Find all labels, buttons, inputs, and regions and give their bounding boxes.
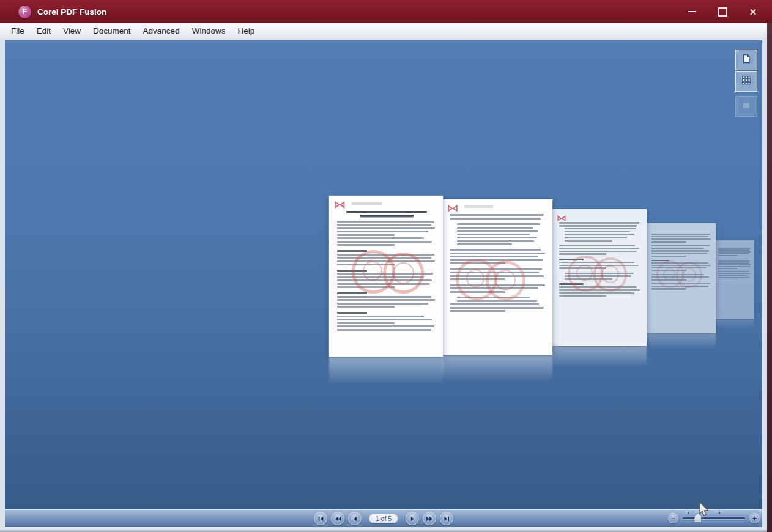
document-logo-mark bbox=[557, 213, 566, 219]
text-line bbox=[651, 253, 707, 254]
next-page-icon bbox=[409, 515, 416, 522]
watermark-stamp bbox=[576, 265, 592, 281]
page-reflection bbox=[716, 319, 754, 328]
pdf-page-3[interactable] bbox=[552, 209, 647, 346]
text-line bbox=[450, 253, 545, 254]
document-canvas[interactable]: 1 of 5 − + bbox=[5, 40, 762, 527]
text-line bbox=[450, 307, 544, 309]
text-line bbox=[559, 253, 607, 255]
window-right-edge bbox=[767, 23, 772, 532]
page-navigation: 1 of 5 bbox=[312, 512, 455, 525]
last-page-button[interactable] bbox=[440, 512, 453, 525]
text-line bbox=[651, 238, 711, 240]
watermark-stamp bbox=[682, 268, 696, 282]
maximize-icon bbox=[718, 7, 727, 17]
zoom-out-button[interactable]: − bbox=[668, 513, 678, 523]
text-line bbox=[559, 292, 634, 294]
pdf-page-4[interactable] bbox=[647, 223, 716, 333]
first-page-button[interactable] bbox=[314, 512, 327, 525]
text-line bbox=[718, 249, 749, 251]
watermark-stamp bbox=[363, 261, 382, 281]
heading-line bbox=[337, 312, 367, 314]
text-line bbox=[457, 230, 538, 232]
previous-page-icon bbox=[351, 515, 358, 522]
menubar: FileEditViewDocumentAdvancedWindowsHelp bbox=[0, 23, 772, 39]
text-line bbox=[559, 248, 639, 249]
text-line bbox=[651, 248, 705, 249]
next-set-button[interactable] bbox=[423, 512, 436, 525]
text-line bbox=[565, 234, 634, 235]
page-indicator: 1 of 5 bbox=[369, 514, 398, 523]
text-line bbox=[337, 299, 435, 301]
window-title: Corel PDF Fusion bbox=[37, 7, 106, 17]
text-line bbox=[337, 224, 431, 226]
zoom-slider-track[interactable] bbox=[683, 517, 745, 519]
page-reflection bbox=[442, 355, 552, 382]
pdf-page-1[interactable] bbox=[329, 196, 443, 357]
minimize-button[interactable] bbox=[677, 0, 707, 23]
text-line bbox=[457, 300, 538, 302]
text-line bbox=[337, 227, 435, 229]
zoom-control: − + bbox=[668, 511, 760, 526]
page-view-button[interactable] bbox=[735, 50, 757, 70]
zoom-tick bbox=[719, 512, 720, 514]
text-line bbox=[718, 260, 750, 262]
close-button[interactable]: ✕ bbox=[738, 0, 768, 23]
text-line bbox=[718, 279, 737, 280]
text-line bbox=[559, 225, 637, 227]
menu-item-windows[interactable]: Windows bbox=[186, 26, 232, 35]
menu-item-help[interactable]: Help bbox=[231, 26, 261, 35]
menu-item-edit[interactable]: Edit bbox=[31, 26, 57, 35]
text-line bbox=[457, 237, 538, 238]
page-reflection bbox=[647, 334, 716, 349]
zoom-tick bbox=[688, 512, 689, 514]
text-line bbox=[337, 231, 428, 232]
pdf-page-2[interactable] bbox=[442, 199, 552, 355]
text-line bbox=[450, 310, 506, 312]
bottom-toolbar: 1 of 5 − + bbox=[5, 509, 762, 527]
zoom-slider-thumb[interactable] bbox=[694, 514, 701, 522]
menu-item-document[interactable]: Document bbox=[87, 26, 137, 35]
next-page-button[interactable] bbox=[406, 512, 419, 525]
heading-line bbox=[337, 250, 367, 252]
grid-icon bbox=[741, 75, 752, 88]
menu-item-file[interactable]: File bbox=[5, 26, 31, 35]
maximize-button[interactable] bbox=[707, 0, 738, 23]
previous-page-button[interactable] bbox=[348, 512, 362, 525]
text-line bbox=[559, 251, 637, 253]
menu-item-view[interactable]: View bbox=[57, 26, 87, 35]
text-line bbox=[457, 240, 535, 242]
text-line bbox=[337, 234, 395, 236]
text-line bbox=[337, 296, 431, 298]
view-mode-toolbar bbox=[735, 50, 757, 117]
page-title-line bbox=[346, 211, 428, 213]
assembly-grid-view-button[interactable] bbox=[735, 71, 757, 92]
text-line bbox=[718, 262, 749, 264]
previous-set-icon bbox=[334, 515, 341, 522]
menu-item-advanced[interactable]: Advanced bbox=[137, 26, 186, 35]
zoom-in-button[interactable]: + bbox=[749, 513, 760, 523]
text-line bbox=[651, 245, 710, 246]
first-page-icon bbox=[317, 515, 324, 522]
text-line bbox=[718, 264, 751, 265]
watermark-stamp bbox=[495, 270, 516, 290]
text-line bbox=[337, 244, 395, 246]
pdf-page-5[interactable] bbox=[716, 240, 754, 319]
text-line bbox=[337, 322, 395, 324]
text-line bbox=[457, 243, 513, 245]
text-line bbox=[718, 259, 747, 260]
previous-set-button[interactable] bbox=[331, 512, 344, 525]
last-page-icon bbox=[444, 515, 450, 522]
titlebar[interactable]: F Corel PDF Fusion ✕ bbox=[0, 0, 772, 23]
text-line bbox=[337, 319, 432, 320]
text-line bbox=[337, 241, 432, 243]
text-line bbox=[718, 251, 751, 253]
text-line bbox=[651, 256, 686, 257]
text-line bbox=[337, 325, 434, 327]
text-line bbox=[457, 227, 533, 229]
minimize-icon bbox=[688, 11, 696, 12]
text-line bbox=[651, 250, 709, 251]
text-line bbox=[450, 259, 543, 261]
text-line bbox=[651, 234, 710, 235]
text-line bbox=[450, 303, 540, 305]
